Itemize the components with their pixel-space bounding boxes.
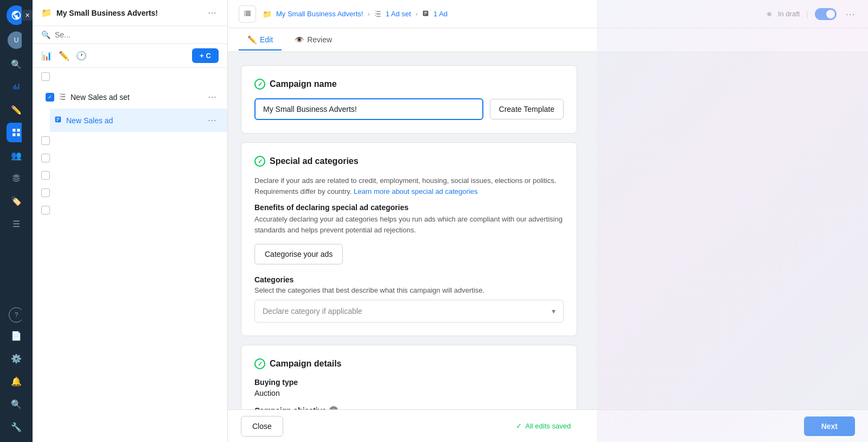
campaign-details-section-title: ✓ Campaign details	[254, 358, 564, 369]
campaign-name-check-icon: ✓	[254, 79, 265, 90]
ad-label: New Sales ad	[66, 116, 113, 125]
breadcrumb-ad[interactable]: 1 Ad	[433, 10, 448, 18]
breadcrumb-sep-1: ›	[367, 10, 369, 18]
sidebar-ad-child: New Sales ad ⋯	[33, 109, 227, 132]
close-btn[interactable]: Close	[241, 416, 283, 437]
categories-sublabel: Select the categories that best describe…	[254, 286, 564, 294]
breadcrumb-campaign[interactable]: My Small Business Adverts!	[276, 10, 363, 18]
categories-label: Categories	[254, 275, 564, 284]
buying-type-value: Auction	[254, 389, 564, 397]
sidebar-chart-icon[interactable]: 📊	[41, 50, 52, 61]
list-row-3[interactable]	[33, 149, 227, 167]
list-row-5[interactable]	[33, 184, 227, 201]
ad-icon	[54, 116, 62, 125]
benefits-desc: Accurately declaring your ad categories …	[254, 214, 564, 235]
saved-label: All edits saved	[525, 422, 571, 430]
sidebar-search-input[interactable]	[55, 30, 219, 39]
dropdown-chevron-icon: ▾	[552, 307, 556, 315]
ad-more-btn[interactable]: ⋯	[206, 114, 219, 127]
special-ad-card: ✓ Special ad categories Declare if your …	[241, 142, 577, 336]
sidebar-clock-icon[interactable]: 🕐	[76, 50, 87, 61]
sidebar: ✕ 📁 My Small Business Adverts! ⋯ 🔍 📊 ✏️ …	[33, 0, 228, 442]
special-ad-desc: Declare if your ads are related to credi…	[254, 175, 564, 197]
tab-review[interactable]: 👁️ Review	[286, 30, 341, 50]
categorise-btn[interactable]: Categorise your ads	[254, 244, 343, 264]
list-checkbox-2[interactable]	[41, 136, 50, 145]
topbar-more-btn[interactable]: ⋯	[843, 6, 857, 22]
special-ad-check-icon: ✓	[254, 156, 265, 167]
sidebar-campaign-title: My Small Business Adverts!	[56, 9, 158, 17]
campaign-details-check-icon: ✓	[254, 358, 265, 369]
campaign-folder-icon: 📁	[41, 8, 52, 18]
sidebar-search: 🔍	[33, 26, 227, 44]
breadcrumb-adset-icon	[374, 10, 381, 18]
next-btn[interactable]: Next	[804, 416, 855, 436]
sidebar-nav-icons: 📊 ✏️ 🕐 + + C C	[33, 44, 227, 68]
bottom-bar: Close ✓ All edits saved Next	[228, 409, 868, 442]
buying-type-label: Buying type	[254, 378, 564, 387]
sidebar-search-icon: 🔍	[41, 30, 50, 39]
topbar-divider: |	[806, 10, 808, 18]
categories-dropdown[interactable]: Declare category if applicable ▾	[254, 300, 564, 323]
sidebar-header-more-btn[interactable]: ⋯	[206, 7, 219, 19]
learn-more-link[interactable]: Learn more about special ad categories	[354, 187, 477, 195]
breadcrumb: 📁 My Small Business Adverts! › 1 Ad set …	[263, 10, 448, 18]
campaign-name-card: ✓ Campaign name Create Template	[241, 65, 577, 134]
form-area: ✓ Campaign name Create Template ✓ Specia…	[228, 52, 868, 409]
adset-icon	[59, 92, 66, 102]
review-tab-icon: 👁️	[295, 35, 304, 44]
saved-status: ✓ All edits saved	[516, 422, 571, 430]
campaign-name-section-title: ✓ Campaign name	[254, 79, 564, 90]
breadcrumb-folder-icon: 📁	[263, 10, 272, 18]
tab-edit[interactable]: ✏️ Edit	[239, 30, 282, 50]
add-campaign-btn[interactable]: + + C C	[192, 48, 219, 63]
list-checkbox-1[interactable]	[41, 72, 50, 81]
sidebar-adset-item[interactable]: ✓ New Sales ad set ⋯	[33, 85, 227, 109]
list-row-6[interactable]	[33, 201, 227, 219]
add-icon: +	[200, 52, 204, 60]
adset-more-btn[interactable]: ⋯	[206, 91, 219, 103]
sidebar-edit-icon[interactable]: ✏️	[59, 50, 69, 61]
adset-label: New Sales ad set	[71, 93, 130, 102]
top-bar: 📁 My Small Business Adverts! › 1 Ad set …	[228, 0, 868, 28]
edit-tab-icon: ✏️	[247, 35, 257, 44]
adset-checkbox[interactable]: ✓	[46, 93, 54, 102]
list-checkbox-4[interactable]	[41, 171, 50, 180]
saved-check-icon: ✓	[516, 422, 522, 430]
main-content: 📁 My Small Business Adverts! › 1 Ad set …	[228, 0, 868, 442]
status-dot	[767, 12, 771, 16]
top-bar-right: In draft | ⋯	[767, 6, 857, 22]
list-checkbox-5[interactable]	[41, 188, 50, 197]
list-checkbox-3[interactable]	[41, 154, 50, 162]
breadcrumb-adset[interactable]: 1 Ad set	[386, 10, 411, 18]
draft-toggle[interactable]	[815, 8, 837, 20]
sidebar-ad-item[interactable]: New Sales ad ⋯	[50, 109, 227, 132]
sidebar-list: ✓ New Sales ad set ⋯ New Sales ad ⋯	[33, 68, 227, 442]
in-draft-label: In draft	[778, 10, 800, 18]
close-sidebar-btn[interactable]: ✕	[22, 10, 33, 21]
categories-placeholder: Declare category if applicable	[263, 307, 362, 315]
list-row-1[interactable]	[33, 68, 227, 85]
tab-bar: ✏️ Edit 👁️ Review	[228, 28, 868, 52]
benefits-title: Benefits of declaring special ad categor…	[254, 203, 564, 212]
breadcrumb-sep-2: ›	[416, 10, 418, 18]
list-checkbox-6[interactable]	[41, 206, 50, 214]
list-row-2[interactable]	[33, 132, 227, 149]
create-template-btn[interactable]: Create Template	[490, 99, 564, 119]
campaign-objective-label: Campaign objective i	[254, 406, 564, 409]
campaign-name-input[interactable]	[254, 98, 483, 120]
campaign-details-card: ✓ Campaign details Buying type Auction C…	[241, 345, 577, 409]
special-ad-section-title: ✓ Special ad categories	[254, 156, 564, 167]
breadcrumb-ad-icon	[422, 10, 429, 18]
campaign-name-row: Create Template	[254, 98, 564, 120]
list-row-4[interactable]	[33, 167, 227, 184]
toggle-panel-btn[interactable]	[239, 5, 256, 23]
sidebar-header: 📁 My Small Business Adverts! ⋯	[33, 0, 227, 26]
objective-info-icon[interactable]: i	[329, 406, 338, 409]
